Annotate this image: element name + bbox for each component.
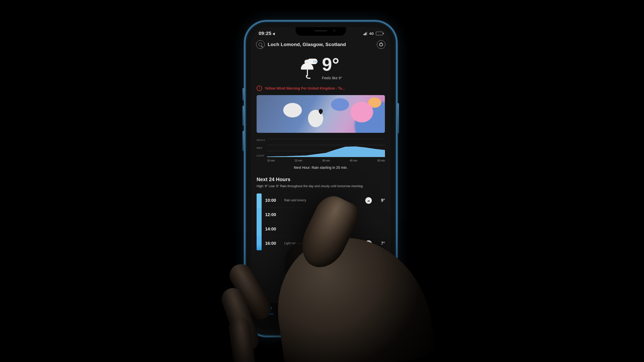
cellular-signal-icon <box>364 32 367 35</box>
precip-x-axis: 10 min 20 min 30 min 40 min 50 min <box>267 157 385 162</box>
hourly-row[interactable]: 12:00 <box>265 208 385 222</box>
warning-text: Yellow Wind Warning For United Kingdom -… <box>265 86 385 90</box>
home-indicator[interactable] <box>302 326 340 328</box>
precipitation-probability-bar <box>257 193 262 250</box>
next-24-hours-section: Next 24 Hours High: 9° Low: 6° Rain thro… <box>251 170 390 188</box>
hour-time: 12:00 <box>265 212 281 217</box>
hourly-row[interactable]: 14:00 <box>265 222 385 236</box>
volume-up-button <box>243 106 244 126</box>
thermometer-icon <box>337 305 340 311</box>
hour-condition: Light rain and cloudy <box>284 242 362 246</box>
hourly-list[interactable]: 10:00Rain and breezy☁9°12:0014:0016:00Li… <box>257 193 385 251</box>
notch <box>296 27 346 36</box>
precipitation-map[interactable] <box>257 95 385 133</box>
next-24-summary: High: 9° Low: 6° Rain throughout the day… <box>257 184 385 188</box>
next-24-heading: Next 24 Hours <box>257 177 385 182</box>
tab-notifications[interactable]: Notifications <box>327 305 349 315</box>
power-button <box>397 103 399 133</box>
precip-caption: Next Hour: Rain starting in 20 min. <box>257 166 385 170</box>
condition-icon: ☁ <box>365 197 372 204</box>
hour-time: 16:00 <box>265 241 281 246</box>
feels-like: Feels like 9° <box>322 76 342 80</box>
tab-bar: Forecast Map Notifications More <box>251 302 390 330</box>
hour-time: 10:00 <box>265 198 281 203</box>
menu-icon <box>371 306 376 310</box>
hourly-row[interactable]: 16:00Light rain and cloudy☁7° <box>265 236 385 251</box>
next-hour-precip: HEAVY MED LIGHT 10 min 20 min 30 min 40 … <box>257 139 385 170</box>
tab-label: Forecast <box>264 312 273 315</box>
hour-condition: Rain and breezy <box>284 198 362 203</box>
screen: 09:25 4G Loch Lomond, Glasgow, Scotland <box>251 27 390 330</box>
tab-map[interactable]: Map <box>292 305 315 315</box>
hour-time: 14:00 <box>265 227 281 232</box>
rain-icon <box>299 59 317 77</box>
precip-y-axis: HEAVY MED LIGHT <box>257 139 265 157</box>
globe-icon <box>300 305 307 311</box>
volume-down-button <box>243 131 244 151</box>
gear-icon <box>379 43 383 47</box>
current-temperature: 9° <box>322 55 342 73</box>
warning-icon: ! <box>257 86 262 91</box>
search-icon <box>259 43 262 46</box>
cloud-icon <box>265 306 272 310</box>
hour-temp: 9° <box>375 198 385 203</box>
hourly-row[interactable]: 10:00Rain and breezy☁9° <box>265 193 385 208</box>
battery-icon <box>376 32 383 35</box>
weather-warning-banner[interactable]: ! Yellow Wind Warning For United Kingdom… <box>251 84 390 95</box>
condition-icon: ☁ <box>365 240 372 247</box>
hour-temp: 7° <box>375 241 385 246</box>
network-type: 4G <box>369 32 374 35</box>
map-pin-icon <box>319 109 323 114</box>
mute-switch <box>243 88 244 101</box>
location-services-icon <box>273 32 276 35</box>
tab-label: More <box>370 312 376 315</box>
tab-label: Notifications <box>331 312 345 315</box>
search-button[interactable] <box>256 40 265 49</box>
tab-forecast[interactable]: Forecast <box>257 305 280 315</box>
precip-chart[interactable] <box>267 139 385 157</box>
location-title[interactable]: Loch Lomond, Glasgow, Scotland <box>268 42 374 47</box>
settings-button[interactable] <box>377 40 385 49</box>
tab-label: Map <box>301 312 306 315</box>
phone-frame: 09:25 4G Loch Lomond, Glasgow, Scotland <box>247 23 395 335</box>
tab-more[interactable]: More <box>362 305 384 315</box>
status-time: 09:25 <box>259 31 271 36</box>
location-header: Loch Lomond, Glasgow, Scotland <box>251 38 390 51</box>
current-conditions: 9° Feels like 9° <box>251 51 390 84</box>
